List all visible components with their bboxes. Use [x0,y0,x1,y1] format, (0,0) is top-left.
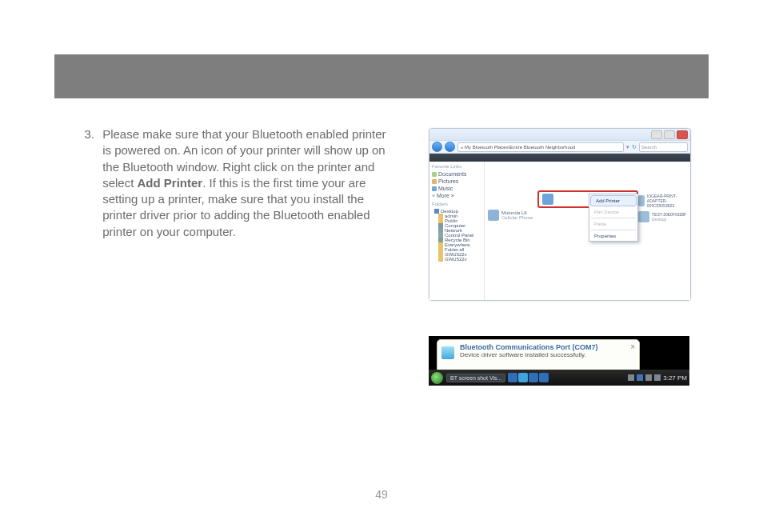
address-bar-row: « My Bluetooth Places\Entire Bluetooth N… [429,141,690,154]
clock[interactable]: 3:27 PM [663,374,687,382]
step-text-bold: Add Printer [138,176,203,190]
favorites-header: Favorite Links [432,164,481,169]
search-input[interactable]: Search [639,142,688,152]
balloon-title: Bluetooth Communications Port (COM7) [460,343,634,351]
taskbar-screenshot: × Bluetooth Communications Port (COM7) D… [429,336,689,386]
pictures-icon [432,179,437,184]
maximize-button[interactable] [664,130,675,139]
content-pane[interactable]: Motorola L6 Cellular Phone IOGEAR-PRINT-… [485,162,690,300]
taskbar-item[interactable]: BT screen shot Vis... [446,374,505,382]
more-arrow-icon: » [432,193,435,198]
step-text: Please make sure that your Bluetooth ena… [102,126,390,240]
explorer-body: Favorite Links Documents Pictures Music … [429,162,690,300]
favorite-link[interactable]: Documents [432,170,481,178]
navigation-pane[interactable]: Favorite Links Documents Pictures Music … [429,162,485,300]
explorer-window: « My Bluetooth Places\Entire Bluetooth N… [429,128,691,301]
media-mute-button[interactable] [539,373,549,382]
menu-item-add-printer[interactable]: Add Printer [590,195,637,206]
taskbar[interactable]: BT screen shot Vis... 3:27 PM [429,370,689,386]
favorite-link[interactable]: Pictures [432,178,481,185]
device-subtype: Cellular Phone [501,215,533,220]
favorite-link-label: Pictures [438,178,458,184]
tree-item-label: GWU522v [445,257,467,262]
media-prev-button[interactable] [508,373,517,382]
address-bar[interactable]: « My Bluetooth Places\Entire Bluetooth N… [457,142,624,152]
favorite-link-label: Music [438,186,453,191]
menu-item-pair-device[interactable]: Pair Device [589,207,637,217]
volume-icon[interactable] [654,374,661,381]
balloon-close-icon[interactable]: × [630,342,635,351]
device-item[interactable]: TEST-20E0F0338F Desktop [638,211,686,222]
menu-item-properties[interactable]: Properties [589,231,637,241]
folder-icon [438,257,443,262]
device-name: IOGEAR-PRINT-ADAPTER-000C55053823 [647,194,690,208]
documents-icon [432,172,437,177]
favorite-link[interactable]: Music [432,185,481,192]
instruction-step: 3. Please make sure that your Bluetooth … [72,126,392,240]
tree-item[interactable]: GWU522v [432,257,481,262]
media-play-button[interactable] [518,373,528,382]
media-next-button[interactable] [529,373,538,382]
start-button[interactable] [431,372,443,384]
header-band [54,54,709,98]
phone-icon [488,210,499,221]
bluetooth-device-icon [441,346,454,359]
folders-header: Folders [432,202,481,206]
tray-icon[interactable] [645,374,652,381]
minimize-button[interactable] [651,130,662,139]
printer-icon [542,194,553,205]
bluetooth-tray-icon[interactable] [637,374,643,381]
step-number: 3. [72,126,99,142]
forward-button[interactable] [445,142,455,152]
window-controls [651,130,688,139]
document-page: 3. Please make sure that your Bluetooth … [0,0,763,532]
device-item[interactable]: Motorola L6 Cellular Phone [488,210,533,221]
printer-adapter-icon [638,195,645,206]
window-title-bar[interactable] [429,129,690,141]
favorite-link-label: Documents [438,171,466,177]
back-button[interactable] [432,142,442,152]
music-icon [432,186,437,191]
search-placeholder: Search [641,145,657,150]
context-menu: Add Printer Pair Device Paste Properties [589,194,638,242]
menu-item-paste[interactable]: Paste [589,219,637,229]
system-tray[interactable]: 3:27 PM [628,374,687,382]
refresh-icon[interactable]: ↻ [632,144,637,150]
close-button[interactable] [677,130,688,139]
address-path-text: « My Bluetooth Places\Entire Bluetooth N… [461,145,575,150]
more-label: More » [437,193,454,198]
balloon-message: Device driver software installed success… [460,351,634,358]
media-controls [508,373,549,382]
tray-icon[interactable] [628,374,634,381]
device-item-selected[interactable] [542,194,553,205]
device-subtype: Desktop [652,217,686,222]
folder-tree[interactable]: Desktop admin Public Computer Network Co… [432,209,481,262]
more-link[interactable]: »More » [432,192,481,199]
device-item[interactable]: IOGEAR-PRINT-ADAPTER-000C55053823 [638,194,690,208]
page-number: 49 [0,488,763,501]
desktop-device-icon [638,211,649,222]
